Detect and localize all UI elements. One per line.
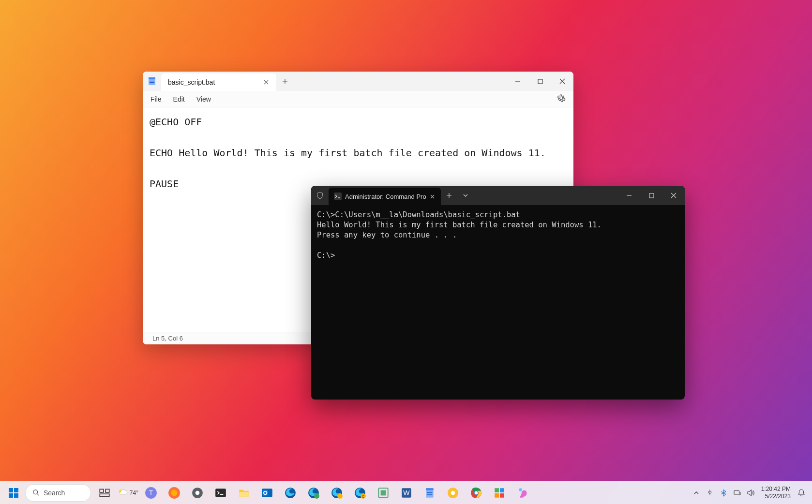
svg-rect-36: [381, 490, 386, 495]
taskbar-apps: 74° T C W: [94, 483, 533, 503]
svg-rect-49: [500, 488, 504, 492]
search-box[interactable]: Search: [25, 484, 91, 502]
tab-dropdown-button[interactable]: [457, 186, 474, 205]
maximize-button[interactable]: [529, 72, 551, 91]
svg-text:C: C: [362, 494, 364, 498]
terminal-output[interactable]: C:\>C:\Users\m__la\Downloads\basic_scrip…: [311, 205, 685, 400]
search-label: Search: [44, 489, 65, 497]
svg-point-31: [337, 493, 343, 499]
notepad-tab[interactable]: basic_script.bat: [161, 74, 276, 91]
menu-edit[interactable]: Edit: [173, 95, 185, 103]
svg-point-44: [451, 490, 455, 495]
app-edge-beta[interactable]: [303, 483, 324, 503]
svg-rect-3: [150, 82, 154, 83]
close-tab-button[interactable]: [427, 192, 437, 201]
cmd-icon: [333, 192, 342, 201]
svg-rect-14: [100, 494, 109, 496]
svg-rect-2: [150, 81, 154, 81]
clock-date: 5/22/2023: [761, 493, 791, 500]
svg-rect-8: [14, 488, 18, 492]
close-button[interactable]: [662, 186, 685, 205]
weather-temp: 74°: [130, 489, 138, 496]
terminal-window: Administrator: Command Pro C:\>C:\Users\…: [311, 186, 685, 400]
menu-view[interactable]: View: [196, 95, 211, 103]
minimize-button[interactable]: [618, 186, 640, 205]
svg-rect-23: [239, 491, 249, 496]
new-tab-button[interactable]: [276, 72, 294, 91]
svg-point-19: [171, 489, 178, 496]
notepad-icon: [143, 72, 161, 91]
cursor-position: Ln 5, Col 6: [152, 335, 183, 342]
notifications-button[interactable]: [796, 486, 807, 500]
close-button[interactable]: [551, 72, 573, 91]
network-icon[interactable]: [731, 486, 743, 500]
svg-rect-41: [427, 492, 433, 492]
svg-rect-10: [14, 493, 18, 498]
terminal-titlebar[interactable]: Administrator: Command Pro: [311, 186, 685, 205]
app-outlook[interactable]: [256, 483, 278, 503]
settings-button[interactable]: [557, 94, 566, 104]
terminal-tab-title: Administrator: Command Pro: [345, 193, 426, 200]
shield-icon: [311, 186, 329, 205]
maximize-button[interactable]: [640, 186, 662, 205]
menu-file[interactable]: File: [150, 95, 162, 103]
svg-rect-13: [105, 489, 109, 492]
app-firefox[interactable]: [164, 483, 185, 503]
taskbar: Search 74° T C W 1:20:42 PM 5: [0, 481, 812, 504]
app-snip[interactable]: [489, 483, 510, 503]
search-icon: [32, 489, 40, 496]
app-paint[interactable]: [512, 483, 533, 503]
tray-overflow-button[interactable]: [691, 486, 702, 500]
start-button[interactable]: [4, 483, 23, 503]
app-edge-canary[interactable]: C: [349, 483, 371, 503]
svg-text:W: W: [403, 489, 410, 497]
notepad-titlebar[interactable]: basic_script.bat: [143, 72, 573, 91]
notepad-tab-title: basic_script.bat: [168, 78, 215, 86]
svg-rect-51: [500, 493, 504, 498]
usb-icon[interactable]: [704, 486, 716, 500]
svg-point-52: [519, 488, 522, 491]
svg-rect-1: [149, 77, 155, 79]
terminal-tab[interactable]: Administrator: Command Pro: [329, 188, 441, 205]
svg-rect-40: [426, 488, 433, 490]
new-tab-button[interactable]: [441, 186, 457, 205]
app-edge[interactable]: [280, 483, 301, 503]
app-edge-dev[interactable]: [326, 483, 347, 503]
svg-rect-22: [215, 489, 226, 497]
app-notepad[interactable]: [419, 483, 440, 503]
app-chrome-canary[interactable]: [442, 483, 464, 503]
app-explorer[interactable]: [233, 483, 255, 503]
svg-rect-5: [334, 193, 342, 200]
svg-rect-53: [734, 490, 739, 494]
close-tab-button[interactable]: [261, 77, 271, 88]
svg-point-11: [33, 490, 38, 494]
app-word[interactable]: W: [396, 483, 417, 503]
system-tray: 1:20:42 PM 5/22/2023: [691, 486, 812, 500]
svg-rect-9: [9, 493, 13, 498]
svg-point-47: [475, 491, 478, 494]
svg-rect-4: [538, 79, 542, 84]
notepad-menubar: File Edit View: [143, 91, 573, 107]
weather-widget[interactable]: 74°: [117, 483, 138, 503]
svg-rect-42: [427, 494, 433, 495]
volume-icon[interactable]: [745, 486, 756, 500]
svg-rect-48: [495, 488, 499, 492]
svg-point-29: [314, 493, 319, 499]
app-settings[interactable]: [187, 483, 208, 503]
bluetooth-icon[interactable]: [718, 486, 729, 500]
svg-point-21: [195, 490, 200, 495]
clock-time: 1:20:42 PM: [761, 486, 791, 492]
svg-text:T: T: [149, 489, 153, 496]
app-teams[interactable]: T: [140, 483, 162, 503]
svg-rect-12: [100, 489, 104, 492]
svg-rect-50: [495, 493, 499, 498]
minimize-button[interactable]: [507, 72, 529, 91]
app-chrome[interactable]: [466, 483, 487, 503]
task-view-button[interactable]: [94, 483, 115, 503]
svg-rect-7: [9, 488, 13, 492]
app-terminal[interactable]: [210, 483, 231, 503]
app-powertoys[interactable]: [373, 483, 394, 503]
svg-rect-6: [649, 193, 654, 198]
clock[interactable]: 1:20:42 PM 5/22/2023: [758, 486, 794, 500]
